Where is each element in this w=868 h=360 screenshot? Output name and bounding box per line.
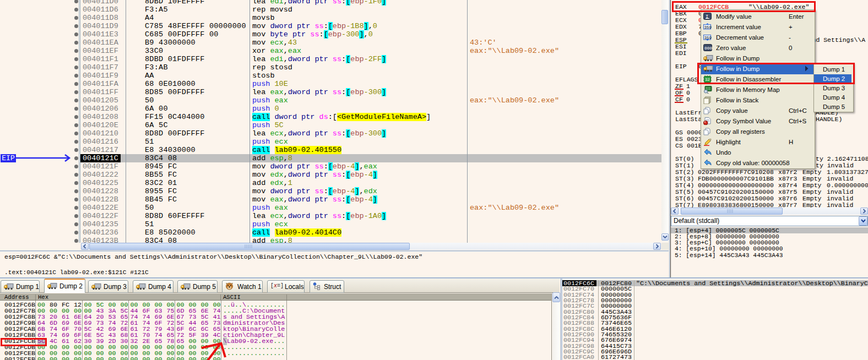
svg-text:359: 359	[704, 25, 712, 29]
svg-text:000: 000	[704, 45, 712, 50]
